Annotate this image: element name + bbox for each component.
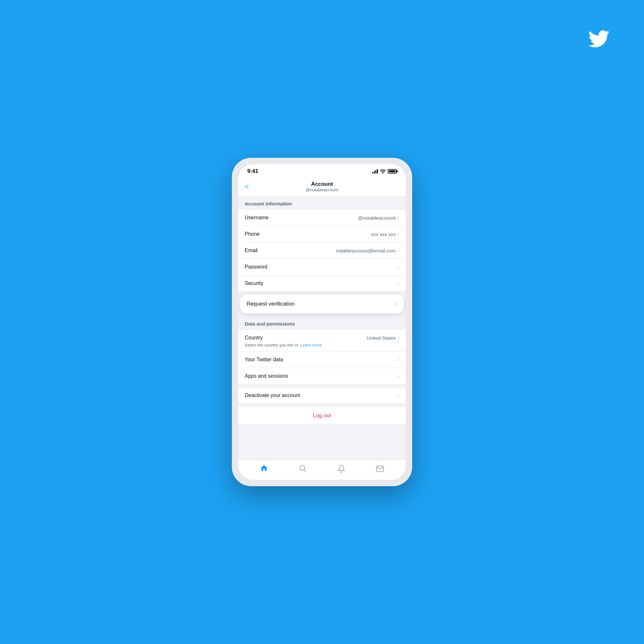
twitter-data-row[interactable]: Your Twitter data ›	[238, 352, 406, 368]
security-chevron: ›	[398, 280, 399, 286]
back-button[interactable]: <	[245, 183, 249, 191]
wifi-icon	[380, 169, 386, 174]
username-row[interactable]: Username @notableaccount ›	[238, 210, 406, 226]
password-right: ›	[398, 264, 399, 270]
country-chevron: ›	[398, 335, 399, 341]
data-permissions-label: Data and permissions	[245, 321, 295, 327]
deactivate-section: Deactivate your account ›	[238, 387, 406, 404]
header-title: Account	[306, 181, 338, 187]
twitter-data-right: ›	[398, 357, 399, 363]
security-row[interactable]: Security ›	[238, 275, 406, 291]
signal-icon	[372, 169, 378, 174]
twitter-data-chevron: ›	[398, 357, 399, 363]
phone-screen: 9:41	[238, 164, 406, 480]
learn-more-link[interactable]: Learn more	[300, 343, 322, 347]
email-right: notableaccount@email.com ›	[336, 248, 399, 253]
security-label: Security	[245, 280, 263, 286]
username-right: @notableaccount ›	[358, 215, 399, 221]
account-information-label: Account information	[245, 201, 292, 206]
svg-line-2	[304, 470, 306, 471]
deactivate-label: Deactivate your account	[245, 393, 300, 398]
password-label: Password	[245, 264, 267, 270]
country-row[interactable]: Country United States ›	[238, 330, 406, 343]
tab-notifications[interactable]	[337, 465, 346, 474]
email-value: notableaccount@email.com	[336, 248, 395, 253]
email-row[interactable]: Email notableaccount@email.com ›	[238, 242, 406, 259]
header-subtitle: @notableaccount	[306, 187, 338, 192]
apps-sessions-label: Apps and sessions	[245, 373, 288, 379]
logout-section: Log out	[238, 406, 406, 425]
username-label: Username	[245, 215, 269, 221]
logout-button[interactable]: Log out	[313, 412, 331, 419]
request-verification-card[interactable]: Request verification ›	[240, 294, 404, 313]
email-chevron: ›	[398, 248, 399, 253]
deactivate-right: ›	[398, 393, 399, 398]
phone-value: xxx xxx xxx	[371, 232, 396, 237]
apps-sessions-right: ›	[398, 373, 399, 379]
request-verification-chevron: ›	[395, 300, 397, 308]
username-chevron: ›	[398, 215, 399, 221]
username-value: @notableaccount	[358, 215, 396, 221]
security-right: ›	[398, 280, 399, 286]
data-permissions-list: Country United States › Select the count…	[238, 329, 406, 384]
phone-chevron: ›	[398, 231, 399, 237]
deactivate-row[interactable]: Deactivate your account ›	[238, 387, 406, 403]
twitter-logo	[586, 26, 612, 55]
country-value: United States	[367, 335, 396, 341]
status-icons	[372, 169, 397, 174]
phone-row[interactable]: Phone xxx xxx xxx ›	[238, 226, 406, 242]
password-chevron: ›	[398, 264, 399, 270]
country-row-container[interactable]: Country United States › Select the count…	[238, 330, 406, 352]
email-label: Email	[245, 248, 258, 253]
tab-messages[interactable]	[376, 465, 384, 474]
tab-search[interactable]	[298, 464, 307, 475]
apps-sessions-row[interactable]: Apps and sessions ›	[238, 368, 406, 384]
header-title-block: Account @notableaccount	[306, 181, 338, 192]
account-information-list: Username @notableaccount › Phone xxx xxx…	[238, 209, 406, 292]
country-right: United States ›	[367, 335, 399, 341]
svg-point-0	[383, 173, 383, 174]
phone-label: Phone	[245, 231, 260, 237]
request-verification-label: Request verification	[247, 301, 295, 307]
country-subtext: Select the country you live in. Learn mo…	[238, 343, 406, 352]
country-label: Country	[245, 335, 263, 341]
phone-notch	[298, 164, 346, 173]
data-permissions-header: Data and permissions	[238, 317, 406, 329]
tab-home[interactable]	[260, 464, 268, 475]
deactivate-chevron: ›	[398, 393, 399, 398]
status-time: 9:41	[247, 168, 258, 175]
scroll-content: Account information Username @notableacc…	[238, 196, 406, 460]
phone-right: xxx xxx xxx ›	[371, 231, 399, 237]
twitter-data-label: Your Twitter data	[245, 357, 283, 363]
password-row[interactable]: Password ›	[238, 259, 406, 275]
tab-bar	[238, 460, 406, 480]
battery-icon	[388, 169, 397, 174]
apps-sessions-chevron: ›	[398, 373, 399, 379]
page-header: < Account @notableaccount	[238, 177, 406, 196]
account-information-header: Account information	[238, 196, 406, 209]
phone-frame: 9:41	[232, 158, 412, 486]
